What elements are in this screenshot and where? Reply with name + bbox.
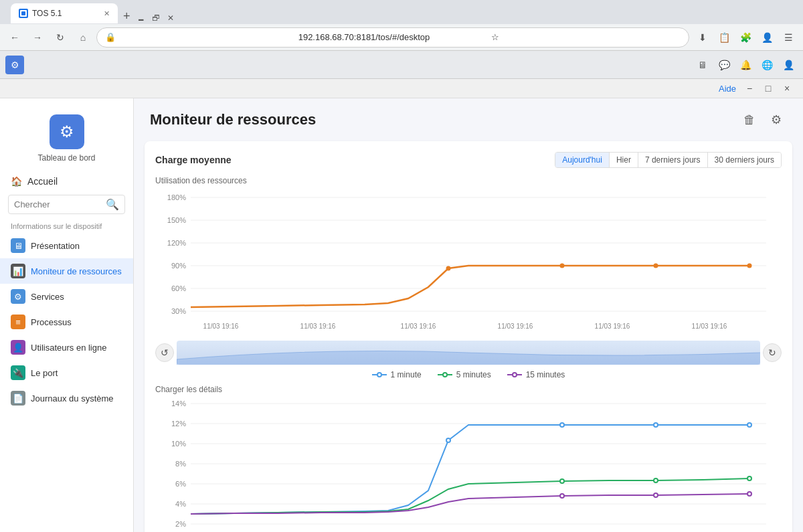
app-window: ⚙ Tableau de bord 🏠 Accueil 🔍 Informatio…: [0, 98, 803, 532]
sidebar-logo-label: Tableau de bord: [37, 153, 95, 163]
chart2-svg: 14% 12% 10% 8% 6% 4% 2%: [155, 397, 782, 532]
history-button[interactable]: 📋: [715, 28, 733, 47]
sidebar-item-utilisateurs-label: Utilisateurs en ligne: [31, 343, 106, 353]
svg-text:150%: 150%: [167, 216, 186, 224]
svg-point-50: [747, 476, 751, 480]
sidebar-item-presentation[interactable]: 🖥 Présentation: [0, 233, 133, 258]
sidebar-item-utilisateurs[interactable]: 👤 Utilisateurs en ligne: [0, 335, 133, 360]
restore-window-button[interactable]: 🗗: [151, 13, 161, 23]
tab-title: TOS 5.1: [32, 9, 100, 18]
sidebar-item-port-label: Le port: [31, 368, 58, 378]
tab-30jours[interactable]: 30 derniers jours: [708, 153, 781, 167]
sidebar-item-port[interactable]: 🔌 Le port: [0, 360, 133, 385]
minimize-app-button[interactable]: −: [741, 80, 757, 96]
svg-point-51: [560, 494, 564, 498]
sidebar-item-moniteur-label: Moniteur de ressources: [31, 266, 122, 276]
charge-moyenne-card: Charge moyenne Aujourd'hui Hier 7 dernie…: [145, 141, 792, 532]
page-header: Moniteur de ressources 🗑 ⚙: [134, 98, 803, 136]
chart-header: Charge moyenne Aujourd'hui Hier 7 dernie…: [155, 152, 782, 168]
svg-text:12%: 12%: [171, 420, 186, 428]
bookmark-icon: ☆: [491, 32, 681, 42]
svg-text:60%: 60%: [171, 284, 186, 292]
svg-text:120%: 120%: [167, 239, 186, 247]
search-input[interactable]: [14, 199, 103, 209]
services-icon: ⚙: [11, 289, 25, 304]
svg-text:11/03 19:16: 11/03 19:16: [595, 323, 630, 330]
monitor-icon[interactable]: 🖥: [693, 56, 712, 74]
sidebar-item-journaux[interactable]: 📄 Journaux du système: [0, 385, 133, 411]
active-tab[interactable]: TOS 5.1 ✕: [11, 3, 118, 23]
scroll-right-button[interactable]: ↻: [763, 343, 782, 362]
sidebar-item-processus[interactable]: ≡ Processus: [0, 309, 133, 335]
chart1-title: Utilisation des ressources: [155, 176, 782, 185]
journaux-icon: 📄: [11, 391, 25, 406]
window-controls: 🗕 🗗 ✕: [136, 13, 176, 23]
sidebar-section-label: Informations sur le dispositif: [0, 217, 133, 233]
profile-button[interactable]: 👤: [757, 28, 776, 47]
legend-1min: 1 minute: [372, 370, 422, 379]
chart1-area: Utilisation des ressources 180% 150% 120…: [155, 176, 782, 365]
minimap-area: [177, 341, 760, 365]
restore-app-button[interactable]: □: [760, 80, 776, 96]
close-window-button[interactable]: ✕: [165, 13, 176, 23]
forward-button[interactable]: →: [28, 28, 47, 47]
svg-text:11/03 19:16: 11/03 19:16: [203, 323, 239, 330]
app-bar: ⚙ 🖥 💬 🔔 🌐 👤: [0, 51, 803, 79]
svg-point-46: [654, 423, 658, 427]
download-button[interactable]: ⬇: [693, 28, 712, 47]
aide-link[interactable]: Aide: [719, 84, 736, 94]
tab-aujourdhui[interactable]: Aujourd'hui: [555, 153, 610, 167]
minimize-window-button[interactable]: 🗕: [136, 13, 147, 23]
back-button[interactable]: ←: [5, 28, 24, 47]
scroll-left-button[interactable]: ↺: [155, 343, 174, 362]
svg-text:11/03 19:16: 11/03 19:16: [692, 323, 727, 330]
browser-extensions: ⬇ 📋 🧩 👤 ☰: [693, 28, 798, 47]
sidebar-search-container[interactable]: 🔍: [8, 195, 125, 214]
tab-hier[interactable]: Hier: [610, 153, 638, 167]
svg-point-16: [654, 264, 658, 268]
legend-15min-label: 15 minutes: [526, 370, 565, 379]
browser-titlebar: TOS 5.1 ✕ + 🗕 🗗 ✕: [0, 0, 803, 24]
scroll-controls-row: ↺ ↻: [155, 341, 782, 365]
window-control-buttons: − □ ×: [741, 80, 795, 96]
processus-icon: ≡: [11, 315, 25, 329]
delete-button[interactable]: 🗑: [739, 109, 760, 130]
home-button[interactable]: ⌂: [74, 28, 92, 47]
extensions-button[interactable]: 🧩: [736, 28, 755, 47]
close-app-button[interactable]: ×: [779, 80, 795, 96]
sidebar-item-presentation-label: Présentation: [31, 241, 80, 251]
svg-point-45: [560, 423, 564, 427]
tab-close-button[interactable]: ✕: [104, 9, 110, 18]
chat-icon[interactable]: 💬: [715, 56, 733, 74]
charge-moyenne-title: Charge moyenne: [155, 155, 232, 165]
sidebar-logo-icon: ⚙: [50, 114, 84, 149]
settings-page-button[interactable]: ⚙: [766, 109, 787, 130]
legend-5min: 5 minutes: [438, 370, 491, 379]
user-icon[interactable]: 👤: [779, 56, 798, 74]
settings-button[interactable]: ☰: [779, 28, 798, 47]
svg-text:11/03 19:16: 11/03 19:16: [401, 323, 436, 330]
tab-7jours[interactable]: 7 derniers jours: [638, 153, 708, 167]
utilisateurs-icon: 👤: [11, 340, 25, 355]
svg-point-52: [654, 493, 658, 497]
svg-point-25: [377, 373, 381, 377]
chart-legend: 1 minute 5 minutes 15 minutes: [155, 370, 782, 379]
moniteur-icon: 📊: [11, 264, 25, 278]
refresh-button[interactable]: ↻: [51, 28, 70, 47]
legend-15min: 15 minutes: [507, 370, 565, 379]
globe-icon[interactable]: 🌐: [757, 56, 776, 74]
legend-1min-label: 1 minute: [391, 370, 422, 379]
sidebar-home-item[interactable]: 🏠 Accueil: [0, 171, 133, 192]
address-bar[interactable]: 🔒 192.168.68.70:8181/tos/#/desktop ☆: [96, 27, 689, 48]
sidebar-item-moniteur[interactable]: 📊 Moniteur de ressources: [0, 258, 133, 284]
tab-favicon: [19, 9, 28, 18]
tab-bar: TOS 5.1 ✕ + 🗕 🗗 ✕: [5, 1, 181, 23]
sidebar-item-services[interactable]: ⚙ Services: [0, 284, 133, 309]
security-icon: 🔒: [105, 32, 294, 42]
notification-icon[interactable]: 🔔: [736, 56, 755, 74]
svg-text:14%: 14%: [171, 400, 186, 408]
svg-text:30%: 30%: [171, 307, 186, 315]
url-display: 192.168.68.70:8181/tos/#/desktop: [298, 32, 488, 42]
new-tab-button[interactable]: +: [118, 9, 136, 23]
svg-text:11/03 19:16: 11/03 19:16: [300, 323, 336, 330]
